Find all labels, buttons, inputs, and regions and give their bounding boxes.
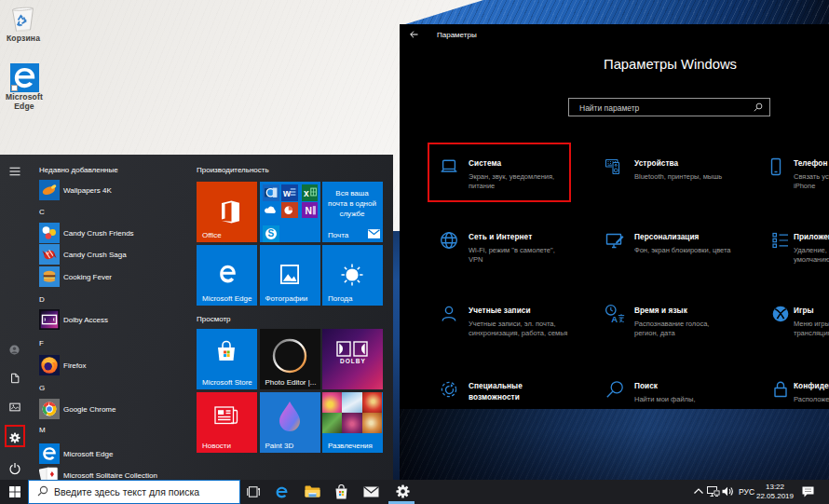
svg-text:А: А <box>611 314 618 324</box>
svg-text:DOLBY: DOLBY <box>340 358 366 364</box>
svg-text:N: N <box>305 205 311 215</box>
svg-text:x: x <box>304 188 309 198</box>
svg-text:w: w <box>282 188 292 198</box>
